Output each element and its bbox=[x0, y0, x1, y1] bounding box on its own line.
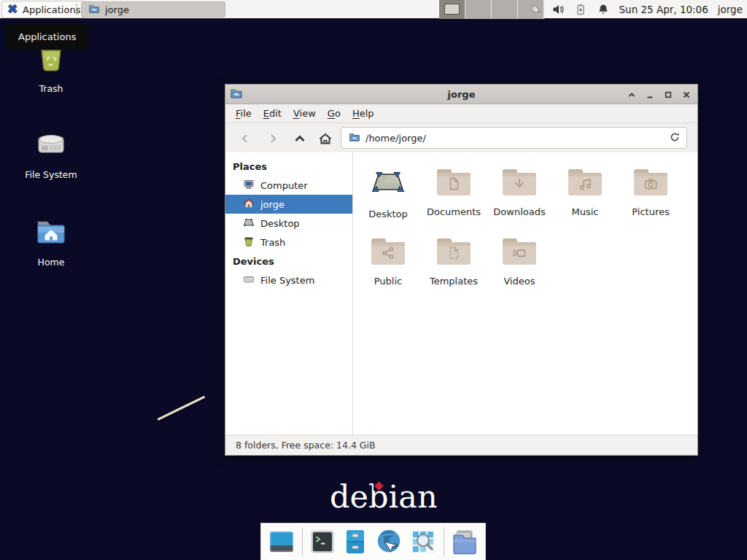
applications-label: Applications bbox=[23, 4, 80, 15]
folder-item-music[interactable]: Music bbox=[552, 165, 618, 234]
folder-item-videos[interactable]: Videos bbox=[487, 234, 552, 303]
menu-view[interactable]: View bbox=[293, 108, 316, 119]
menu-help[interactable]: Help bbox=[352, 108, 374, 119]
folder-item-documents[interactable]: Documents bbox=[421, 165, 487, 234]
folder-item-templates[interactable]: Templates bbox=[421, 234, 487, 303]
bottom-dock bbox=[260, 523, 486, 560]
shade-button[interactable] bbox=[627, 90, 637, 100]
desktop-icon-label: File System bbox=[25, 169, 77, 180]
close-button[interactable] bbox=[681, 90, 692, 100]
desktop-icon bbox=[243, 217, 255, 230]
debian-logo: debian bbox=[330, 480, 438, 514]
workspace-2[interactable] bbox=[465, 0, 492, 19]
app-finder-icon[interactable] bbox=[409, 528, 437, 556]
path-entry[interactable]: /home/jorge/ bbox=[341, 127, 687, 149]
sidebar-item-computer[interactable]: Computer bbox=[225, 176, 352, 195]
folder-icon bbox=[88, 3, 100, 17]
sidebar-item-desktop[interactable]: Desktop bbox=[225, 214, 352, 233]
drive-icon bbox=[34, 127, 69, 164]
panel-user-menu[interactable]: jorge bbox=[718, 4, 743, 15]
folder-item-label: Pictures bbox=[632, 206, 669, 217]
folder-pictures-icon bbox=[633, 165, 668, 200]
menu-file[interactable]: File bbox=[236, 108, 252, 119]
folder-downloads-icon bbox=[502, 165, 537, 200]
panel-clock[interactable]: Sun 25 Apr, 10:06 bbox=[619, 4, 708, 15]
workspace-1[interactable] bbox=[439, 0, 465, 19]
folder-documents-icon bbox=[436, 165, 471, 200]
sidebar-header-places: Places bbox=[225, 157, 352, 176]
menu-go[interactable]: Go bbox=[328, 108, 341, 119]
sidebar-item-label: Computer bbox=[260, 180, 308, 191]
applications-icon bbox=[7, 3, 18, 17]
user-home-icon bbox=[243, 198, 255, 211]
reload-icon[interactable] bbox=[669, 131, 681, 145]
terminal-icon[interactable] bbox=[309, 528, 336, 556]
maximize-button[interactable] bbox=[663, 90, 673, 100]
folder-icon bbox=[349, 131, 360, 145]
sidebar-item-filesystem[interactable]: File System bbox=[225, 271, 352, 289]
mouse-icon[interactable] bbox=[529, 3, 542, 16]
places-sidebar: Places Computer bbox=[225, 152, 353, 435]
folder-item-label: Downloads bbox=[493, 206, 545, 217]
wallpaper-line-artifact bbox=[157, 396, 205, 421]
folder-item-label: Public bbox=[374, 276, 402, 287]
menubar: File Edit View Go Help bbox=[225, 104, 697, 123]
path-value[interactable]: /home/jorge/ bbox=[365, 133, 669, 144]
folder-templates-icon bbox=[436, 234, 471, 269]
up-button[interactable] bbox=[290, 129, 309, 148]
sidebar-item-label: File System bbox=[260, 275, 314, 286]
folder-videos-icon bbox=[502, 234, 537, 269]
desktop-special-icon bbox=[371, 165, 406, 202]
folder-item-pictures[interactable]: Pictures bbox=[618, 165, 684, 234]
tasklist-handle[interactable] bbox=[76, 4, 78, 15]
folder-public-icon bbox=[371, 234, 406, 269]
folder-item-label: Videos bbox=[503, 276, 535, 287]
back-button[interactable] bbox=[236, 129, 255, 148]
forward-button[interactable] bbox=[263, 129, 282, 148]
desktop-icon-label: Home bbox=[38, 257, 65, 268]
statusbar: 8 folders, Free space: 14.4 GiB bbox=[225, 435, 697, 455]
applications-tooltip: Applications bbox=[6, 24, 88, 50]
sidebar-item-label: Trash bbox=[260, 237, 285, 248]
dock-separator bbox=[302, 527, 303, 556]
trash-icon bbox=[243, 236, 255, 249]
folder-item-label: Templates bbox=[430, 276, 478, 287]
home-button[interactable] bbox=[316, 129, 335, 148]
folder-item-desktop[interactable]: Desktop bbox=[355, 165, 421, 234]
web-browser-icon[interactable] bbox=[375, 528, 403, 556]
sidebar-item-label: Desktop bbox=[260, 218, 300, 229]
show-desktop-icon[interactable] bbox=[268, 528, 295, 556]
desktop-icon-home[interactable]: Home bbox=[15, 214, 88, 268]
file-manager-icon[interactable] bbox=[342, 528, 368, 556]
minimize-button[interactable] bbox=[645, 90, 655, 100]
taskbar-window-button[interactable]: jorge bbox=[81, 1, 225, 18]
drive-icon bbox=[243, 273, 255, 287]
workspace-3[interactable] bbox=[492, 0, 518, 19]
folder-item-label: Desktop bbox=[368, 209, 408, 219]
battery-icon[interactable] bbox=[574, 3, 587, 16]
file-manager-window: jorge File Edit View Go Help bbox=[225, 84, 698, 456]
window-titlebar[interactable]: jorge bbox=[225, 85, 697, 104]
folder-item-label: Music bbox=[572, 206, 599, 217]
tooltip-text: Applications bbox=[18, 31, 76, 42]
bell-icon[interactable] bbox=[597, 3, 610, 16]
menu-edit[interactable]: Edit bbox=[263, 108, 282, 119]
statusbar-text: 8 folders, Free space: 14.4 GiB bbox=[236, 440, 376, 451]
sidebar-item-label: jorge bbox=[260, 199, 285, 210]
toolbar: /home/jorge/ bbox=[225, 123, 697, 152]
folder-item-downloads[interactable]: Downloads bbox=[487, 165, 552, 234]
applications-menu-button[interactable]: Applications bbox=[1, 1, 88, 18]
top-panel: Applications jorge bbox=[0, 0, 747, 19]
sidebar-item-trash[interactable]: Trash bbox=[225, 233, 352, 252]
desktop-icon-label: Trash bbox=[39, 83, 63, 94]
folder-item-public[interactable]: Public bbox=[355, 234, 421, 303]
sidebar-item-jorge[interactable]: jorge bbox=[225, 195, 352, 214]
folder-item-label: Documents bbox=[427, 206, 481, 217]
folder-view: Desktop Documents Downloads bbox=[353, 152, 697, 435]
volume-icon[interactable] bbox=[551, 3, 565, 16]
directory-menu-icon[interactable] bbox=[451, 528, 479, 556]
computer-icon bbox=[243, 179, 255, 192]
desktop-icon-filesystem[interactable]: File System bbox=[15, 127, 88, 180]
workspace-window-thumb bbox=[444, 4, 460, 15]
home-folder-icon bbox=[34, 214, 69, 252]
